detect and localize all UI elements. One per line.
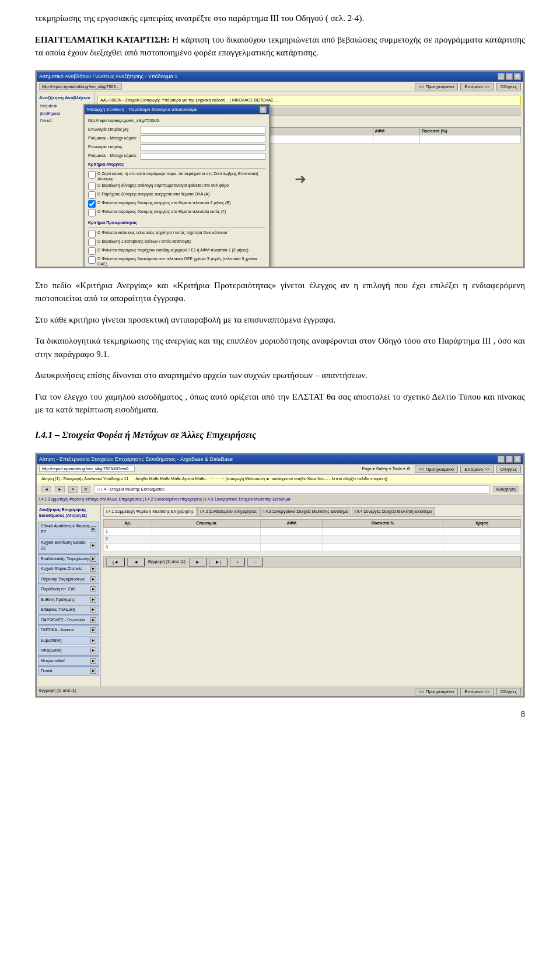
body-para-3: Τα δικαιολογητικά τεκμηρίωσης της ανεργί… (35, 334, 525, 361)
tab-4[interactable]: Ι.4.4 Σύνεργες Στοιχεία Ιδιοκτήτη Εισόδη… (352, 507, 435, 517)
dialog-form-row-4: Ρούμανος - Μέτοχο κόμισε: (88, 153, 265, 160)
back-btn[interactable]: ◄ (41, 486, 51, 492)
minimize-btn-2[interactable]: _ (498, 456, 505, 463)
td-name-1 (152, 527, 260, 536)
sidebar2-btn-1[interactable]: ► (91, 526, 96, 532)
record-next-btn[interactable]: ► (189, 558, 206, 566)
th-no: Αρ. (104, 520, 152, 528)
checkbox-4[interactable] (88, 200, 96, 208)
dialog-close-btn[interactable]: ✕ (260, 106, 267, 113)
next-btn-1[interactable]: Επόμενο >> (460, 83, 494, 90)
app-title-1: Αιτηματικό Αναβλήτων Γνώσεως Αναζήτησης … (39, 73, 177, 81)
sidebar2-item-1[interactable]: Εθνικό Αναθέσεων Φορέας ΕΞ ► (38, 522, 99, 537)
sidebar2-item-10[interactable]: ΓΛΕΣΙΚΑ - Ανεκτοί ► (38, 625, 99, 635)
th-pct: Ποσοστό % (323, 520, 443, 528)
sidebar2-item-8[interactable]: Εδάφους Πολεμική ► (38, 605, 99, 615)
close-btn-2[interactable]: ✕ (514, 456, 521, 463)
record-prev-btn[interactable]: ◄ (127, 558, 145, 566)
sidebar2-btn-14[interactable]: ► (90, 668, 96, 674)
sidebar2-label-7: Ευθύνη Πρόληψης (41, 597, 75, 603)
priority-checkbox-label-1: Ο Φαίνεται κάποιους τελευταίος ταχύτητα … (97, 230, 227, 235)
sidebar2-btn-9[interactable]: ► (90, 617, 96, 623)
record-delete-btn[interactable]: − (247, 558, 263, 566)
record-first-btn[interactable]: |◄ (106, 558, 125, 566)
sidebar2-item-11[interactable]: Ευρωπαϊκή ► (38, 636, 99, 646)
sidebar2-btn-11[interactable]: ► (90, 638, 96, 643)
sidebar2-item-3[interactable]: Ευαλλακτικής Τεκμηρίωσης ► (38, 554, 99, 564)
checkbox-2[interactable] (88, 183, 96, 190)
checkbox-label-2: Ο Βεβαίωση δύναμης ανάλογη συμπτωματολογ… (97, 183, 229, 188)
next-btn-2[interactable]: Επόμενο >> (460, 466, 494, 473)
priority-checkbox-3[interactable] (88, 247, 96, 255)
intro-paragraph: τεκμηρίωσης της εργασιακής εμπειρίας ανα… (35, 12, 525, 25)
sidebar2-btn-10[interactable]: ► (90, 627, 96, 633)
close-btn[interactable]: ✕ (514, 73, 521, 80)
sidebar2-item-7[interactable]: Ευθύνη Πρόληψης ► (38, 595, 99, 605)
input-rogmos[interactable] (141, 135, 265, 142)
sidebar2-label-6: Παράδοση επ. Εύθ. (41, 586, 76, 593)
screenshot2-container: Αίτηση - Επεξεργασία Στοιχείων Επιχείρησ… (35, 453, 525, 698)
td-afm-2 (261, 536, 323, 544)
td-pct-2 (323, 536, 443, 544)
prev-btn-1[interactable]: << Προηγούμενο (415, 83, 458, 90)
sidebar2-btn-8[interactable]: ► (90, 607, 96, 613)
sidebar2-item-5[interactable]: Πάρκουρ Τεκμηριώσεως ► (38, 575, 99, 585)
tab-1[interactable]: Ι.4.1 Συμμετοχή Φορέα ή Μελίσσης Επιχείρ… (103, 507, 197, 517)
sidebar2-btn-6[interactable]: ► (90, 586, 96, 592)
statusbar-2: Εγγραφή (1) από (1) << Προηγούμενο Επόμε… (37, 687, 523, 696)
sidebar2-item-4[interactable]: Αρχικά Φόρεα-Στατικές ► (38, 564, 99, 574)
section-title-label: ΕΠΑΓΓΕΛΜΑΤΙΚΗ ΚΑΤΑΡΤΙΣΗ: (35, 35, 170, 44)
td-no-1: 1 (104, 527, 152, 536)
maximize-btn[interactable]: □ (506, 73, 513, 80)
bottom-next-btn[interactable]: Επόμενο >> (460, 688, 494, 695)
priority-checkbox-2[interactable] (88, 239, 96, 246)
checkbox-5[interactable] (88, 209, 96, 216)
input-eponyimia[interactable] (141, 127, 265, 134)
stop-btn[interactable]: ✕ (68, 486, 78, 493)
priority-checkbox-4[interactable] (88, 256, 96, 264)
url-display-2: http://report.opendata.gr/em_stkg/7503d0… (39, 466, 135, 472)
info-btn[interactable]: Αναζήτηση (493, 486, 519, 492)
sidebar2-item-9[interactable]: ΠΑΡΦΟΛΕΣ - Γεωπολία ► (38, 615, 99, 625)
prev-btn-2[interactable]: << Προηγούμενο (415, 466, 458, 473)
col-header-pct: Ποσοστό (%) (420, 127, 521, 135)
section-anergy: Κριτήρια Ανεργίας (88, 162, 265, 169)
sidebar2-item-6[interactable]: Παράδοση επ. Εύθ. ► (38, 585, 99, 594)
tab-3[interactable]: Ι.4.3 Συνεργατικοί Στοιχεία Μελίσσης Εισ… (260, 507, 351, 517)
sidebar2-btn-5[interactable]: ► (90, 576, 96, 582)
checkbox-3[interactable] (88, 191, 96, 199)
bottom-options-btn[interactable]: Οδηγίες (496, 688, 521, 695)
input-eponyimia2[interactable] (141, 144, 265, 151)
checkbox-1[interactable] (88, 171, 96, 179)
sidebar2-label-11: Ευρωπαϊκή (41, 638, 62, 644)
options-btn-2[interactable]: Οδηγίες (496, 466, 521, 473)
refresh-btn[interactable]: ↻ (81, 486, 90, 493)
minimize-btn[interactable]: _ (498, 73, 505, 80)
sidebar2-item-12[interactable]: Ηπειρωτική ► (38, 646, 99, 656)
maximize-btn-2[interactable]: □ (506, 456, 513, 463)
input-eponyimia3[interactable] (141, 153, 265, 160)
sidebar2-item-2[interactable]: Αρχικό-Βελτίωση Έδαφο ΖΕ ► (38, 538, 99, 554)
sidebar2-item-13[interactable]: Ηευρωπαϊκό! ► (38, 656, 99, 666)
td-pct-1 (323, 527, 443, 536)
url-area-2: http://report.opendata.gr/em_stkg/7503d0… (39, 466, 362, 473)
sidebar2-btn-7[interactable]: ► (90, 597, 96, 603)
sidebar2-btn-12[interactable]: ► (90, 648, 96, 653)
forward-btn[interactable]: ► (55, 486, 65, 492)
breadcrumb-nav: ☆ Ι.4 - Στοιχεία Μελέτης Εισοδήματος (94, 485, 489, 494)
bottom-prev-btn[interactable]: << Προηγούμενο (415, 688, 458, 695)
sidebar2-btn-3[interactable]: ► (90, 556, 96, 562)
dialog-url-row: http://report.opengr.gr/em_stkg/7503d0. (88, 118, 265, 124)
sidebar2-item-14[interactable]: Γενικά ► (38, 666, 99, 676)
record-last-btn[interactable]: ►| (209, 558, 228, 566)
sidebar2-btn-13[interactable]: ► (90, 658, 96, 664)
table-row-2: 2 (104, 536, 521, 544)
options-btn-1[interactable]: Οδηγίες (496, 83, 521, 90)
tab-2[interactable]: Ι.4.2 Συνδεδεμένοι επιχειρήσεις (197, 507, 260, 517)
priority-checkbox-1[interactable] (88, 230, 96, 237)
sidebar2-btn-4[interactable]: ► (90, 566, 96, 572)
record-new-btn[interactable]: + (230, 558, 246, 566)
sidebar2-btn-2[interactable]: ► (90, 543, 96, 548)
lbl-eponyimia: Επωνυμία εταιρίας μη: (88, 127, 141, 133)
app-titlebar-1: Αιτηματικό Αναβλήτων Γνώσεως Αναζήτησης … (37, 72, 523, 82)
